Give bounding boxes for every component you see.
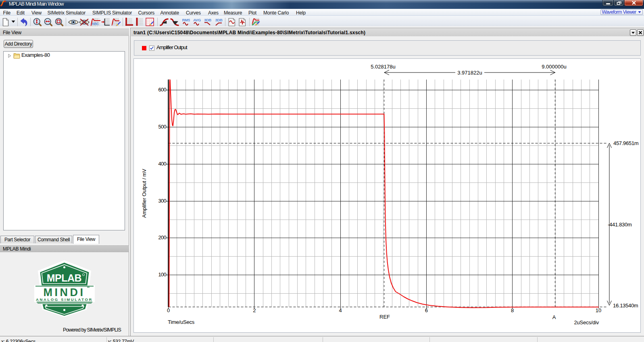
svg-text:RMS: RMS — [182, 18, 190, 22]
svg-text:3DB: 3DB — [215, 18, 223, 22]
svg-text:Amplifier Output / mV: Amplifier Output / mV — [141, 169, 147, 218]
svg-text:MINDI: MINDI — [44, 286, 85, 298]
svg-text:3.971822u: 3.971822u — [457, 70, 482, 76]
svg-text:-441.830m: -441.830m — [608, 222, 631, 228]
svg-text:500: 500 — [158, 124, 166, 130]
svg-text:200: 200 — [158, 234, 166, 240]
svg-text:16.13540m: 16.13540m — [613, 303, 638, 309]
svg-text:4: 4 — [339, 307, 342, 313]
svg-text:9.000000u: 9.000000u — [542, 64, 566, 70]
svg-text:ANALOG SIMULATOR: ANALOG SIMULATOR — [36, 297, 93, 302]
svg-text:5.028178u: 5.028178u — [371, 64, 395, 70]
svg-text:400: 400 — [158, 161, 166, 167]
svg-text:6: 6 — [425, 307, 428, 313]
svg-text:2uSecs/div: 2uSecs/div — [574, 319, 599, 325]
svg-text:600: 600 — [158, 87, 166, 93]
svg-text:457.9651m: 457.9651m — [613, 140, 638, 146]
svg-text:3DB: 3DB — [204, 18, 211, 22]
svg-text:100: 100 — [158, 272, 166, 278]
svg-text:0: 0 — [167, 307, 170, 313]
svg-text:REF: REF — [379, 314, 390, 320]
svg-text:300: 300 — [158, 198, 166, 204]
svg-text:8: 8 — [511, 307, 514, 313]
svg-text:Time/uSecs: Time/uSecs — [168, 319, 195, 325]
svg-text:2: 2 — [253, 307, 256, 313]
svg-text:10: 10 — [596, 307, 601, 313]
svg-text:AVG: AVG — [193, 18, 201, 22]
svg-text:ABC: ABC — [92, 22, 99, 26]
svg-text:A: A — [552, 314, 556, 320]
svg-text:MPLAB: MPLAB — [47, 272, 81, 284]
